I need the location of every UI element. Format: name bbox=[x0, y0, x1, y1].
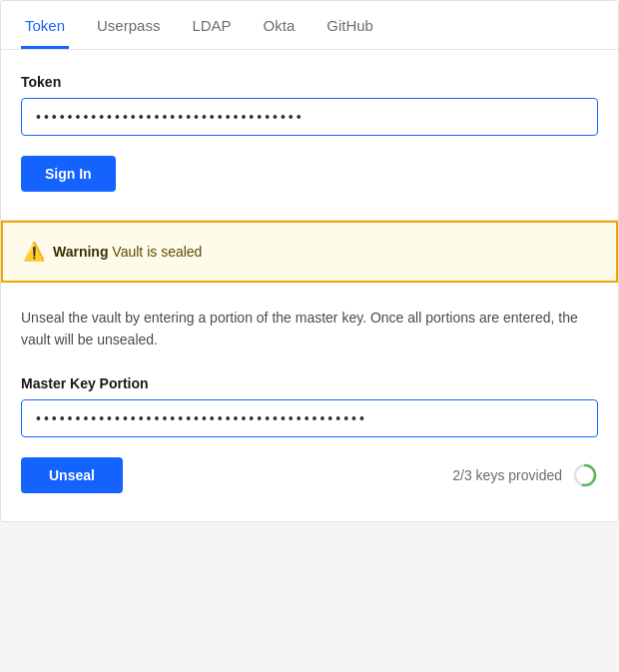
warning-message: Vault is sealed bbox=[108, 244, 202, 260]
progress-circle-icon bbox=[572, 462, 598, 488]
tab-ldap[interactable]: LDAP bbox=[188, 1, 235, 49]
signin-section: Token Sign In bbox=[1, 50, 618, 221]
warning-label: Warning bbox=[53, 244, 108, 260]
main-container: Token Userpass LDAP Okta GitHub Token Si… bbox=[0, 0, 619, 522]
tab-github[interactable]: GitHub bbox=[322, 1, 377, 49]
tab-token[interactable]: Token bbox=[21, 1, 69, 49]
unseal-footer: Unseal 2/3 keys provided bbox=[21, 457, 598, 493]
keys-status-text: 2/3 keys provided bbox=[452, 467, 562, 483]
master-key-input[interactable] bbox=[21, 399, 598, 437]
tab-userpass[interactable]: Userpass bbox=[93, 1, 164, 49]
tabs-list: Token Userpass LDAP Okta GitHub bbox=[21, 1, 598, 49]
tab-okta[interactable]: Okta bbox=[260, 1, 300, 49]
token-input[interactable] bbox=[21, 98, 598, 136]
keys-status-area: 2/3 keys provided bbox=[452, 462, 598, 488]
unseal-button[interactable]: Unseal bbox=[21, 457, 123, 493]
token-label: Token bbox=[21, 74, 598, 90]
warning-banner: ⚠️ Warning Vault is sealed bbox=[1, 221, 618, 283]
unseal-description: Unseal the vault by entering a portion o… bbox=[21, 307, 598, 351]
warning-icon: ⚠️ bbox=[23, 241, 45, 263]
warning-text: Warning Vault is sealed bbox=[53, 244, 202, 260]
sign-in-button[interactable]: Sign In bbox=[21, 156, 116, 192]
tabs-section: Token Userpass LDAP Okta GitHub bbox=[1, 1, 618, 50]
unseal-section: Unseal the vault by entering a portion o… bbox=[1, 283, 618, 521]
master-key-label: Master Key Portion bbox=[21, 375, 598, 391]
